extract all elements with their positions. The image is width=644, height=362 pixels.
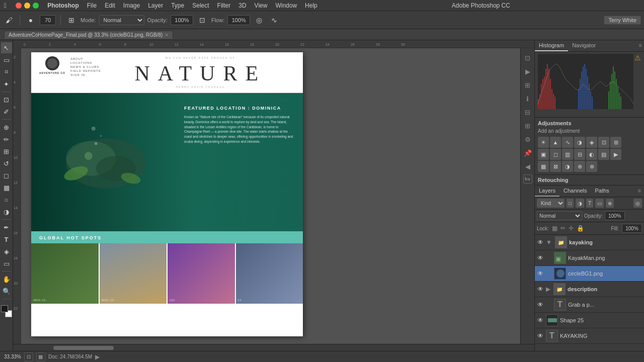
proof-colors-icon[interactable]: ▦ <box>36 352 45 361</box>
layer-item-shape25[interactable]: 👁 Shape 25 <box>535 313 644 328</box>
layer-item-kayaking-text[interactable]: 👁 T KAYAKING <box>535 328 644 344</box>
adj-extra1[interactable]: ◑ <box>562 161 573 172</box>
history-icon[interactable]: ⊡ <box>522 52 533 63</box>
menu-image[interactable]: Image <box>120 1 143 10</box>
user-button[interactable]: Terry White <box>604 16 641 25</box>
pixel-filter-btn[interactable]: □ <box>567 199 574 208</box>
play-status-icon[interactable]: ▶ <box>95 353 100 360</box>
bw-adj-icon[interactable]: ▣ <box>538 149 549 160</box>
brightness-adj-icon[interactable]: ☀ <box>538 137 549 148</box>
layer-item-description[interactable]: 👁 ▶ 📁 description <box>535 282 644 297</box>
gradient-map-adj-icon[interactable]: ▦ <box>538 161 549 172</box>
layer-item-kayakman[interactable]: 👁 ▣ KayakMan.png <box>535 250 644 266</box>
opacity-input[interactable]: 100% <box>171 15 193 25</box>
shape-filter-btn[interactable]: ▭ <box>595 199 604 208</box>
adj-extra2[interactable]: ⊕ <box>574 161 585 172</box>
navigator-tab[interactable]: Navigator <box>568 40 600 51</box>
pen-tool[interactable]: ✒ <box>1 222 12 233</box>
fill-value[interactable]: 100% <box>622 224 642 233</box>
history-brush-tool[interactable]: ↺ <box>1 158 12 169</box>
smart-filter-btn[interactable]: ⊕ <box>606 199 614 208</box>
photofilter-adj-icon[interactable]: ◻ <box>550 149 561 160</box>
ku-icon ku[interactable]: ku <box>523 174 532 184</box>
lock-checkerboard-icon[interactable]: ▦ <box>552 225 557 232</box>
lasso-tool[interactable]: ⌗ <box>1 66 12 77</box>
hsl-adj-icon[interactable]: ⊡ <box>598 137 609 148</box>
opacity-value[interactable]: 100% <box>605 211 625 220</box>
shape-tool[interactable]: ▭ <box>1 258 12 269</box>
gradient-tool[interactable]: ▦ <box>1 182 12 193</box>
libraries-icon[interactable]: ⊞ <box>522 79 533 90</box>
levels-adj-icon[interactable]: ▲ <box>550 137 561 148</box>
collapse-icon[interactable]: ◀ <box>522 161 533 172</box>
heal-tool[interactable]: ⊕ <box>1 122 12 133</box>
canvas-document-area[interactable]: ADVENTURE CO ~~~~~~~~ ABOUT LOCATIONS NE… <box>21 48 520 344</box>
channelmixer-adj-icon[interactable]: ▥ <box>562 149 573 160</box>
invert-adj-icon[interactable]: ◐ <box>586 149 597 160</box>
type-filter-btn[interactable]: T <box>586 199 593 208</box>
adjust-filter-btn[interactable]: ◑ <box>576 199 584 208</box>
menu-file[interactable]: File <box>84 1 100 10</box>
layer-visibility-icon[interactable]: 👁 <box>537 239 544 246</box>
clone-tool[interactable]: ⊞ <box>1 146 12 157</box>
dodge-tool[interactable]: ◑ <box>1 206 12 217</box>
menu-help[interactable]: Help <box>301 1 321 10</box>
info-icon[interactable]: ℹ <box>522 93 533 104</box>
colorlookup-adj-icon[interactable]: ⊟ <box>574 149 585 160</box>
layout-icon[interactable]: ⊞ <box>522 120 533 131</box>
mode-select[interactable]: Normal Multiply Screen <box>99 15 144 25</box>
flow-input[interactable]: 100% <box>227 15 250 25</box>
close-button[interactable] <box>16 3 22 9</box>
minimize-button[interactable] <box>24 3 30 9</box>
blur-tool[interactable]: ○ <box>1 194 12 205</box>
foreground-color-swatch[interactable] <box>1 305 8 312</box>
brush-tool[interactable]: ✏ <box>1 134 12 145</box>
layer-visibility-icon[interactable]: 👁 <box>537 317 544 324</box>
layer-visibility-icon[interactable]: 👁 <box>537 301 544 308</box>
zoom-tool[interactable]: 🔍 <box>1 286 12 297</box>
channels-tab[interactable]: Channels <box>559 186 591 197</box>
histogram-tab[interactable]: Histogram <box>535 40 568 51</box>
layer-item-circlebg1[interactable]: 👁 circleBG1.png <box>535 266 644 282</box>
threshold-adj-icon[interactable]: ▶ <box>610 149 621 160</box>
menu-edit[interactable]: Edit <box>101 1 119 10</box>
blend-mode-select[interactable]: Normal Multiply Screen Overlay <box>537 211 582 220</box>
arrange-icon[interactable]: ⊟ <box>522 107 533 118</box>
menu-select[interactable]: Select <box>189 1 212 10</box>
menu-view[interactable]: View <box>251 1 271 10</box>
layers-options-icon[interactable]: ≡ <box>635 186 644 197</box>
layer-visibility-icon[interactable]: 👁 <box>537 286 544 293</box>
layer-visibility-icon[interactable]: 👁 <box>537 254 544 261</box>
lock-all-icon[interactable]: 🔒 <box>577 225 584 232</box>
layer-kind-filter[interactable]: Kind Name Effect <box>537 199 565 208</box>
menu-type[interactable]: Type <box>168 1 188 10</box>
paths-tab[interactable]: Paths <box>591 186 613 197</box>
menu-photoshop[interactable]: Photoshop <box>44 1 83 10</box>
path-selection-tool[interactable]: ◈ <box>1 246 12 257</box>
brush-options-icon[interactable]: ⊞ <box>65 14 77 26</box>
layer-item-kayaking[interactable]: 👁 ▼ 📁 kayaking <box>535 235 644 250</box>
close-tab-icon[interactable]: ✕ <box>165 32 169 38</box>
layer-item-grab[interactable]: 👁 T Grab a p... <box>535 297 644 313</box>
settings-icon[interactable]: ⚙ <box>522 134 533 145</box>
smoothing-icon[interactable]: ∿ <box>268 14 280 26</box>
selection-tool[interactable]: ▭ <box>1 54 12 65</box>
apple-menu[interactable]:  <box>4 2 7 10</box>
menu-layer[interactable]: Layer <box>144 1 167 10</box>
menu-window[interactable]: Window <box>272 1 300 10</box>
scrollbar-thumb-h[interactable] <box>53 346 114 350</box>
brush-size-input[interactable]: 70 <box>40 15 56 25</box>
hand-tool[interactable]: ✋ <box>1 274 12 285</box>
adj-extra3[interactable]: ⊗ <box>586 161 597 172</box>
lock-brush-icon[interactable]: ✏ <box>560 225 566 232</box>
vibrance-adj-icon[interactable]: ◈ <box>586 137 597 148</box>
text-tool[interactable]: T <box>1 234 12 245</box>
horizontal-scrollbar[interactable] <box>13 344 534 351</box>
menu-filter[interactable]: Filter <box>214 1 234 10</box>
curves-adj-icon[interactable]: ∿ <box>562 137 573 148</box>
layer-visibility-icon[interactable]: 👁 <box>537 270 544 277</box>
eyedropper-tool[interactable]: ✐ <box>1 106 12 117</box>
document-tab[interactable]: AdventureCoHomePage_Final.psd @ 33.3% (c… <box>4 31 173 39</box>
menu-3d[interactable]: 3D <box>235 1 250 10</box>
opacity-options-icon[interactable]: ⊡ <box>196 14 208 26</box>
